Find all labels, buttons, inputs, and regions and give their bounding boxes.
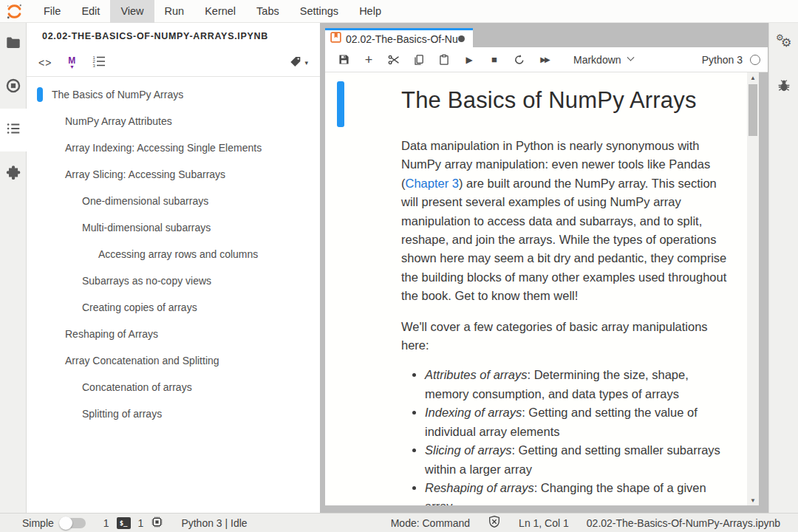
notebook-scrollbar[interactable]: ▲ ▼	[747, 72, 759, 505]
chevron-down-icon: ▾	[304, 59, 308, 66]
add-cell-button[interactable]: +	[359, 50, 378, 69]
restart-button[interactable]	[510, 50, 529, 69]
simple-mode-label: Simple	[22, 517, 54, 529]
mode-indicator: Mode: Command	[391, 517, 470, 529]
toc-item[interactable]: The Basics of NumPy Arrays	[27, 81, 320, 108]
scroll-up-arrow-icon[interactable]: ▲	[747, 72, 759, 83]
toc-item[interactable]: Creating copies of arrays	[27, 294, 320, 321]
markdown-cell[interactable]: The Basics of NumPy Arrays Data manipula…	[401, 87, 730, 505]
notebook-icon	[330, 32, 341, 46]
save-button[interactable]	[334, 50, 353, 69]
folder-icon	[5, 35, 21, 54]
bullet-item: Slicing of arrays: Getting and setting s…	[425, 441, 730, 479]
puzzle-icon	[6, 164, 21, 183]
toc-list: The Basics of NumPy ArraysNumPy Array At…	[27, 77, 320, 427]
chevron-down-icon	[627, 54, 634, 61]
menu-item-edit[interactable]: Edit	[71, 0, 110, 23]
cursor-position: Ln 1, Col 1	[519, 517, 569, 529]
toc-item[interactable]: Multi-dimensional subarrays	[27, 214, 320, 241]
sidebar-item-debugger[interactable]	[769, 66, 798, 109]
scroll-down-arrow-icon[interactable]: ▼	[747, 495, 759, 505]
main-dock-panel: 02.02-The-Basics-Of-NumPy-Arrays.ipynb +…	[320, 23, 768, 513]
menu-item-file[interactable]: File	[33, 0, 71, 23]
save-icon	[338, 54, 349, 65]
stop-button[interactable]: ■	[485, 50, 504, 69]
toc-show-code-button[interactable]: <>	[38, 57, 52, 69]
sidebar-item-table-of-contents[interactable]	[0, 109, 27, 151]
toc-numbered-list-button[interactable]: 123	[92, 54, 106, 72]
menu-item-help[interactable]: Help	[349, 0, 392, 23]
shield-x-icon	[488, 515, 501, 531]
toggle-knob	[59, 516, 72, 530]
unsaved-changes-indicator[interactable]	[458, 35, 465, 42]
kernel-status: Python 3 | Idle	[181, 517, 247, 529]
selected-cell-indicator	[337, 81, 344, 127]
sidebar-item-file-browser[interactable]	[0, 23, 27, 66]
code-icon: <>	[38, 57, 52, 69]
scrollbar-thumb[interactable]	[748, 84, 757, 136]
kernels-count: 1	[138, 517, 144, 529]
copy-icon	[413, 54, 425, 66]
menu-item-kernel[interactable]: Kernel	[194, 0, 246, 23]
toc-panel-title: 02.02-THE-BASICS-OF-NUMPY-ARRAYS.IPYNB	[27, 23, 320, 50]
active-section-marker	[37, 87, 43, 102]
paste-button[interactable]	[434, 50, 454, 69]
toc-item[interactable]: Splitting of arrays	[27, 400, 320, 427]
menu-item-settings[interactable]: Settings	[290, 0, 349, 23]
cell-heading: The Basics of NumPy Arrays	[401, 87, 730, 114]
table-of-contents-icon	[5, 120, 21, 140]
terminals-count: 1	[103, 517, 109, 529]
toc-item[interactable]: Subarrays as no-copy views	[27, 267, 320, 294]
toc-tag-dropdown[interactable]: ▾	[289, 55, 308, 71]
toc-show-markdown-button[interactable]: M▼	[68, 57, 75, 69]
paste-icon	[438, 54, 450, 66]
sidebar-item-property-inspector[interactable]: ⚙⚙	[769, 23, 798, 66]
cell-type-dropdown[interactable]: Markdown	[573, 54, 633, 66]
statusbar-filename: 02.02-The-Basics-Of-NumPy-Arrays.ipynb	[587, 517, 780, 529]
menu-item-tabs[interactable]: Tabs	[246, 0, 290, 23]
bullet-item: Reshaping of arrays: Changing the shape …	[425, 479, 730, 505]
svg-text:3: 3	[93, 64, 96, 68]
fast-forward-icon: ▶▶	[540, 55, 548, 64]
jupyter-logo-icon	[6, 3, 23, 20]
left-sidebar	[0, 23, 27, 513]
copy-button[interactable]	[409, 50, 429, 69]
cell-bullet-list: Attributes of arrays: Determining the si…	[415, 366, 730, 505]
stop-icon: ■	[491, 54, 497, 65]
sidebar-item-extension-manager[interactable]	[0, 151, 27, 194]
gears-icon: ⚙⚙	[776, 37, 792, 52]
run-icon: ▶	[466, 55, 472, 65]
chapter-3-link[interactable]: Chapter 3	[406, 177, 459, 190]
toc-item[interactable]: Array Concatenation and Splitting	[27, 347, 320, 374]
kernel-name-label: Python 3	[702, 54, 743, 66]
cut-button[interactable]	[384, 50, 403, 69]
right-sidebar: ⚙⚙	[768, 23, 798, 513]
run-button[interactable]: ▶	[460, 50, 479, 69]
toc-item[interactable]: Array Slicing: Accessing Subarrays	[27, 161, 320, 188]
simple-mode-toggle[interactable]	[61, 518, 86, 528]
kernel-switcher[interactable]: Python 3	[702, 54, 760, 66]
kernel-chip-icon	[151, 516, 163, 531]
toc-item[interactable]: Concatenation of arrays	[27, 374, 320, 400]
notebook-tab[interactable]: 02.02-The-Basics-Of-NumPy-Arrays.ipynb	[325, 28, 473, 47]
toc-item[interactable]: Array Indexing: Accessing Single Element…	[27, 134, 320, 161]
fast-forward-button[interactable]: ▶▶	[535, 50, 554, 69]
toc-item[interactable]: Accessing array rows and columns	[27, 241, 320, 267]
toc-item[interactable]: NumPy Array Attributes	[27, 108, 320, 134]
bullet-item: Attributes of arrays: Determining the si…	[425, 366, 730, 403]
terminal-icon: $_	[117, 517, 131, 529]
cell-paragraph-2: We'll cover a few categories of basic ar…	[401, 318, 730, 355]
add-cell-icon: +	[365, 55, 373, 65]
kernel-idle-icon	[750, 55, 760, 65]
status-bar: Simple 1 $_ 1 Python 3 | Idle Mode: Comm…	[0, 513, 798, 532]
bullet-item: Indexing of arrays: Getting and setting …	[425, 403, 730, 441]
menu-item-run[interactable]: Run	[154, 0, 195, 23]
markdown-icon: M▼	[68, 57, 75, 69]
toc-item[interactable]: Reshaping of Arrays	[27, 321, 320, 347]
cut-icon	[388, 54, 400, 66]
sidebar-item-running-sessions[interactable]	[0, 66, 27, 109]
menu-item-view[interactable]: View	[110, 0, 154, 23]
toc-item[interactable]: One-dimensional subarrays	[27, 188, 320, 214]
cell-type-label: Markdown	[573, 54, 621, 66]
menu-bar: FileEditViewRunKernelTabsSettingsHelp	[0, 0, 798, 23]
